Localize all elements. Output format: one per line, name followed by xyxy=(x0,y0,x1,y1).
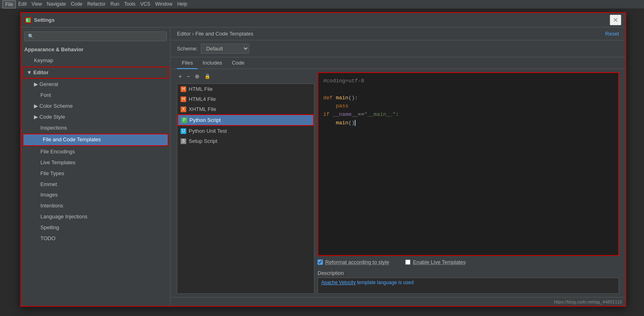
menu-file[interactable]: File xyxy=(2,0,16,8)
copy-template-button[interactable]: ⊕ xyxy=(193,72,201,80)
sidebar-item-editor[interactable]: ▼ Editor xyxy=(23,67,168,78)
sidebar-item-file-types[interactable]: File Types xyxy=(21,168,170,179)
code-line-5: if __name__=="__main__": xyxy=(323,111,613,119)
menu-vcs[interactable]: VCS xyxy=(138,0,153,8)
lock-template-button[interactable]: 🔒 xyxy=(203,73,212,80)
breadcrumb: Editor › File and Code Templates xyxy=(177,31,253,37)
menu-refactor[interactable]: Refactor xyxy=(85,0,108,8)
sidebar-item-todo[interactable]: TODO xyxy=(21,233,170,244)
live-templates-label: Enable Live Templates xyxy=(413,259,466,265)
code-line-3: def main(): xyxy=(323,94,613,103)
settings-dialog: S Settings ✕ Appearance & Behavior Keyma… xyxy=(20,12,626,307)
live-templates-checkbox[interactable] xyxy=(405,259,410,265)
apache-velocity-link[interactable]: Apache Velocity xyxy=(321,280,356,285)
menu-navigate[interactable]: Navigate xyxy=(44,0,68,8)
dialog-close-button[interactable]: ✕ xyxy=(610,15,621,25)
menu-bar: File Edit View Navigate Code Refactor Ru… xyxy=(0,0,644,9)
sidebar-item-live-templates[interactable]: Live Templates xyxy=(21,157,170,168)
code-editor-panel: #coding=utf-8 def main(): pass if __name… xyxy=(318,72,619,294)
options-row: Reformat according to style Enable Live … xyxy=(318,256,619,267)
description-box: Apache Velocity template language is use… xyxy=(318,278,619,294)
html4-file-icon: H xyxy=(181,96,186,102)
description-section: Description Apache Velocity template lan… xyxy=(318,267,619,294)
python-unit-test-icon: U xyxy=(181,128,186,134)
code-line-4: pass xyxy=(323,102,613,111)
python-script-icon: P xyxy=(181,117,187,123)
menu-tools[interactable]: Tools xyxy=(122,0,138,8)
sidebar-item-language-injections[interactable]: Language Injections xyxy=(21,211,170,222)
sidebar-item-emmet[interactable]: Emmet xyxy=(21,179,170,190)
code-line-2 xyxy=(323,86,613,94)
menu-window[interactable]: Window xyxy=(153,0,175,8)
scheme-row: Scheme: Default xyxy=(170,40,625,57)
menu-view[interactable]: View xyxy=(29,0,44,8)
code-line-1: #coding=utf-8 xyxy=(323,77,613,86)
sidebar-item-file-code-templates[interactable]: File and Code Templates xyxy=(23,134,168,145)
template-item-html4-file[interactable]: H HTML4 File xyxy=(177,94,314,104)
template-item-python-unit-test[interactable]: U Python Unit Test xyxy=(177,126,314,136)
menu-help[interactable]: Help xyxy=(175,0,190,8)
setup-script-icon: S xyxy=(181,138,186,144)
reset-button[interactable]: Reset xyxy=(605,31,619,37)
template-list: H HTML File H HTML4 File X XHTML File xyxy=(177,84,314,294)
sidebar-item-appearance[interactable]: Appearance & Behavior xyxy=(21,44,170,55)
code-editor[interactable]: #coding=utf-8 def main(): pass if __name… xyxy=(318,72,619,256)
template-item-xhtml-file[interactable]: X XHTML File xyxy=(177,104,314,114)
tab-code[interactable]: Code xyxy=(227,57,249,69)
menu-code[interactable]: Code xyxy=(68,0,85,8)
tabs-row: Files Includes Code xyxy=(170,57,625,69)
status-url: https://blog.csdn.net/qq_44801116 xyxy=(554,299,622,304)
tab-includes[interactable]: Includes xyxy=(198,57,227,69)
settings-sidebar: Appearance & Behavior Keymap ▼ Editor ▶ … xyxy=(21,27,170,306)
sidebar-item-images[interactable]: Images xyxy=(21,190,170,201)
reformat-checkbox[interactable] xyxy=(318,259,323,265)
xhtml-file-icon: X xyxy=(181,107,186,112)
menu-edit[interactable]: Edit xyxy=(16,0,29,8)
scheme-label: Scheme: xyxy=(177,46,198,52)
status-bar: https://blog.csdn.net/qq_44801116 xyxy=(170,297,625,306)
html-file-icon: H xyxy=(181,86,186,92)
code-line-6: main() xyxy=(323,119,613,128)
dialog-titlebar: S Settings ✕ xyxy=(21,13,625,27)
live-templates-checkbox-label[interactable]: Enable Live Templates xyxy=(405,259,466,265)
content-area: Editor › File and Code Templates Reset S… xyxy=(170,27,625,306)
settings-icon: S xyxy=(25,17,32,23)
sidebar-item-code-style[interactable]: ▶ Code Style xyxy=(21,112,170,123)
scheme-select[interactable]: Default xyxy=(201,44,249,54)
dialog-title: Settings xyxy=(34,17,55,23)
settings-search[interactable] xyxy=(24,31,167,41)
template-item-html-file[interactable]: H HTML File xyxy=(177,84,314,94)
add-template-button[interactable]: + xyxy=(177,72,183,80)
template-item-python-script[interactable]: P Python Script xyxy=(178,115,313,125)
template-list-panel: + − ⊕ 🔒 H HTML File H HTML4 File xyxy=(177,72,314,294)
reformat-checkbox-label[interactable]: Reformat according to style xyxy=(318,259,389,265)
tab-files[interactable]: Files xyxy=(177,57,198,69)
sidebar-item-color-scheme[interactable]: ▶ Color Scheme xyxy=(21,101,170,112)
sidebar-item-spelling[interactable]: Spelling xyxy=(21,222,170,233)
remove-template-button[interactable]: − xyxy=(185,72,192,80)
sidebar-item-font[interactable]: Font xyxy=(21,90,170,101)
description-label: Description xyxy=(318,270,619,276)
template-item-setup-script[interactable]: S Setup Script xyxy=(177,136,314,146)
sidebar-item-intentions[interactable]: Intentions xyxy=(21,201,170,211)
description-text: template language is used xyxy=(357,280,414,285)
menu-run[interactable]: Run xyxy=(108,0,122,8)
sidebar-item-inspections[interactable]: Inspections xyxy=(21,123,170,134)
reformat-label: Reformat according to style xyxy=(325,259,389,265)
template-area: + − ⊕ 🔒 H HTML File H HTML4 File xyxy=(170,69,625,297)
sidebar-item-general[interactable]: ▶ General xyxy=(21,79,170,90)
template-toolbar: + − ⊕ 🔒 xyxy=(177,72,314,80)
sidebar-item-file-encodings[interactable]: File Encodings xyxy=(21,146,170,157)
sidebar-item-keymap[interactable]: Keymap xyxy=(21,55,170,66)
content-header: Editor › File and Code Templates Reset xyxy=(170,27,625,40)
dialog-body: Appearance & Behavior Keymap ▼ Editor ▶ … xyxy=(21,27,625,306)
